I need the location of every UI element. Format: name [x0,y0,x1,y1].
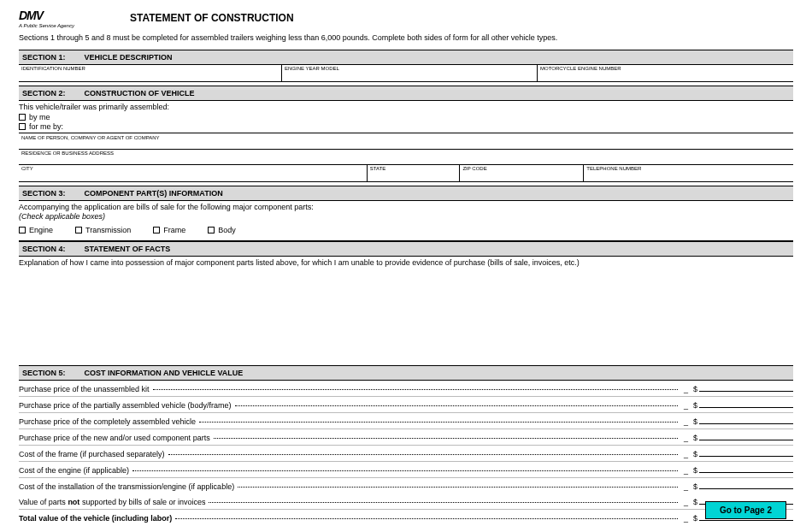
logo-sub: A Public Service Agency [19,23,130,28]
section2-num: SECTION 2: [22,89,82,98]
section2-title: CONSTRUCTION OF VEHICLE [85,89,195,98]
frame-checkbox[interactable] [153,227,160,233]
dollar-sign: $ [693,450,697,458]
body-label: Body [218,226,236,234]
leader-dots [209,502,678,503]
engine-label: Engine [29,226,53,234]
section5-bar: SECTION 5: COST INFORMATION AND VEHICLE … [19,365,793,381]
go-to-page-2-button[interactable]: Go to Page 2 [705,501,786,519]
section1-num: SECTION 1: [22,53,82,62]
form-title: STATEMENT OF CONSTRUCTION [130,12,294,24]
transmission-checkbox[interactable] [75,227,82,233]
cost-line: Cost of the installation of the transmis… [19,478,793,493]
dollar-sign: $ [693,434,697,442]
cost-label: Cost of the frame (if purchased separate… [19,450,165,458]
amount-field[interactable] [699,464,793,473]
underscore: _ [684,482,688,491]
amount-field[interactable] [699,432,793,440]
dollar-sign: $ [693,385,697,393]
frame-label: Frame [163,226,185,234]
engine-year-model-field[interactable]: ENGINE YEAR MODEL [282,65,538,81]
leader-dots [153,389,678,390]
cost-line-total: Total value of the vehicle (including la… [19,510,793,525]
underscore: _ [684,514,688,523]
leader-dots [168,454,678,455]
section4-text: Explanation of how I came into possessio… [19,257,793,269]
by-me-label: by me [29,113,50,121]
section1-bar: SECTION 1: VEHICLE DESCRIPTION [19,50,793,65]
underscore: _ [684,434,688,442]
dollar-sign: $ [693,466,697,475]
cost-line: Cost of the engine (if applicable)_$ [19,462,793,478]
form-header: DMV A Public Service Agency STATEMENT OF… [19,9,793,28]
cost-label-not: Value of parts not supported by bills of… [19,498,205,506]
name-field[interactable]: NAME OF PERSON, COMPANY OR AGENT OF COMP… [19,134,793,150]
section1-title: VEHICLE DESCRIPTION [85,53,173,62]
dollar-sign: $ [693,514,697,523]
state-field[interactable]: STATE [368,165,461,181]
cost-label: Cost of the engine (if applicable) [19,466,129,475]
section5-num: SECTION 5: [22,369,82,377]
underscore: _ [684,498,688,506]
cost-line-not: Value of parts not supported by bills of… [19,493,793,510]
cost-line: Purchase price of the completely assembl… [19,413,793,429]
motorcycle-engine-field[interactable]: MOTORCYCLE ENGINE NUMBER [538,65,793,81]
cost-label: Purchase price of the completely assembl… [19,417,196,426]
section4-num: SECTION 4: [22,245,82,253]
leader-dots [199,422,678,423]
section4-bar: SECTION 4: STATEMENT OF FACTS [19,241,793,257]
section2-bar: SECTION 2: CONSTRUCTION OF VEHICLE [19,86,793,101]
body-checkbox[interactable] [208,227,215,233]
leader-dots [235,405,678,406]
cost-label: Purchase price of the partially assemble… [19,401,232,410]
section3-title: COMPONENT PART(S) INFORMATION [85,189,223,198]
dollar-sign: $ [693,498,697,506]
phone-field[interactable]: TELEPHONE NUMBER [584,165,793,181]
city-field[interactable]: CITY [19,165,368,181]
component-checkboxes: Engine Transmission Frame Body [19,222,793,241]
section3-lead: Accompanying the application are bills o… [19,201,793,212]
address-field[interactable]: RESIDENCE OR BUSINESS ADDRESS [19,150,793,165]
leader-dots [214,438,678,439]
cost-line: Purchase price of the partially assemble… [19,397,793,413]
cost-line: Cost of the frame (if purchased separate… [19,446,793,462]
engine-checkbox[interactable] [19,227,26,233]
cost-line: Purchase price of the unassembled kit_$ [19,381,793,397]
underscore: _ [684,466,688,475]
amount-field[interactable] [699,481,793,489]
amount-field[interactable] [699,416,793,424]
cost-lines-container: Purchase price of the unassembled kit_$P… [19,381,793,493]
logo-main: DMV [19,9,130,22]
id-number-field[interactable]: IDENTIFICATION NUMBER [19,65,282,81]
section2-lead: This vehicle/trailer was primarily assem… [19,101,793,112]
underscore: _ [684,417,688,426]
cost-label: Purchase price of the unassembled kit [19,385,150,393]
by-me-row: by me [19,113,793,121]
section4-title: STATEMENT OF FACTS [85,245,171,253]
leader-dots [175,518,678,519]
cost-line: Purchase price of the new and/or used co… [19,429,793,446]
amount-field[interactable] [699,399,793,408]
cost-label-total: Total value of the vehicle (including la… [19,514,172,523]
section3-sub: (Check applicable boxes) [19,212,793,222]
for-me-row: for me by: [19,122,793,133]
for-me-checkbox[interactable] [19,123,26,130]
amount-field[interactable] [699,448,793,457]
dmv-logo: DMV A Public Service Agency [19,9,130,28]
zip-field[interactable]: ZIP CODE [460,165,584,181]
section3-num: SECTION 3: [22,189,82,198]
transmission-label: Transmission [85,226,131,234]
dollar-sign: $ [693,417,697,426]
city-state-row: CITY STATE ZIP CODE TELEPHONE NUMBER [19,165,793,182]
for-me-label: for me by: [29,122,63,131]
section3-bar: SECTION 3: COMPONENT PART(S) INFORMATION [19,186,793,201]
cost-label: Purchase price of the new and/or used co… [19,434,210,442]
cost-label: Cost of the installation of the transmis… [19,482,234,491]
intro-text: Sections 1 through 5 and 8 must be compl… [19,33,793,43]
underscore: _ [684,401,688,410]
leader-dots [238,487,678,488]
underscore: _ [684,385,688,393]
by-me-checkbox[interactable] [19,114,26,121]
section5-title: COST INFORMATION AND VEHICLE VALUE [85,369,244,377]
amount-field[interactable] [699,383,793,392]
